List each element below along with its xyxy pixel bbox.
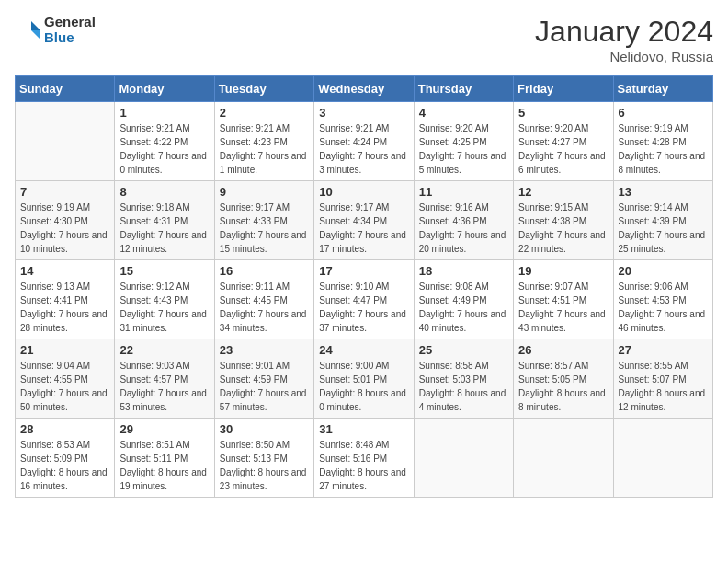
day-cell: 30Sunrise: 8:50 AMSunset: 5:13 PMDayligh… [214, 419, 313, 498]
day-cell: 27Sunrise: 8:55 AMSunset: 5:07 PMDayligh… [613, 339, 712, 419]
day-info: Sunrise: 8:58 AMSunset: 5:03 PMDaylight:… [419, 359, 508, 414]
day-number: 14 [20, 264, 109, 278]
day-info: Sunrise: 9:13 AMSunset: 4:41 PMDaylight:… [20, 280, 109, 335]
col-header-thursday: Thursday [414, 76, 513, 102]
day-number: 13 [619, 185, 708, 199]
day-info: Sunrise: 9:14 AMSunset: 4:39 PMDaylight:… [619, 201, 708, 256]
day-info: Sunrise: 9:18 AMSunset: 4:31 PMDaylight:… [119, 201, 209, 256]
day-cell: 16Sunrise: 9:11 AMSunset: 4:45 PMDayligh… [214, 260, 313, 339]
day-info: Sunrise: 9:08 AMSunset: 4:49 PMDaylight:… [419, 280, 508, 335]
day-info: Sunrise: 9:12 AMSunset: 4:43 PMDaylight:… [119, 280, 209, 335]
day-number: 31 [319, 422, 408, 436]
day-number: 11 [419, 185, 508, 199]
logo-blue: Blue [44, 30, 96, 46]
month-year: January 2024 [535, 15, 713, 49]
day-info: Sunrise: 8:57 AMSunset: 5:05 PMDaylight:… [518, 359, 608, 414]
day-cell: 12Sunrise: 9:15 AMSunset: 4:38 PMDayligh… [514, 181, 613, 260]
day-info: Sunrise: 9:17 AMSunset: 4:33 PMDaylight:… [220, 201, 309, 256]
day-number: 10 [319, 185, 408, 199]
day-cell: 2Sunrise: 9:21 AMSunset: 4:23 PMDaylight… [214, 102, 313, 181]
day-cell: 22Sunrise: 9:03 AMSunset: 4:57 PMDayligh… [115, 339, 214, 419]
day-info: Sunrise: 9:16 AMSunset: 4:36 PMDaylight:… [419, 201, 508, 256]
day-cell: 23Sunrise: 9:01 AMSunset: 4:59 PMDayligh… [214, 339, 313, 419]
day-info: Sunrise: 8:48 AMSunset: 5:16 PMDaylight:… [319, 438, 408, 493]
day-info: Sunrise: 9:21 AMSunset: 4:24 PMDaylight:… [319, 121, 408, 177]
day-info: Sunrise: 9:06 AMSunset: 4:53 PMDaylight:… [619, 280, 708, 335]
col-header-friday: Friday [514, 76, 613, 102]
day-info: Sunrise: 8:50 AMSunset: 5:13 PMDaylight:… [220, 438, 309, 493]
day-number: 19 [518, 264, 608, 278]
day-number: 23 [220, 343, 309, 357]
day-number: 26 [518, 343, 608, 357]
col-header-wednesday: Wednesday [314, 76, 414, 102]
week-row-1: 1Sunrise: 9:21 AMSunset: 4:22 PMDaylight… [16, 102, 713, 181]
col-header-saturday: Saturday [613, 76, 712, 102]
location: Nelidovo, Russia [535, 49, 713, 64]
title-block: January 2024 Nelidovo, Russia [535, 15, 713, 64]
week-row-4: 21Sunrise: 9:04 AMSunset: 4:55 PMDayligh… [16, 339, 713, 419]
day-number: 3 [319, 106, 408, 120]
day-number: 22 [119, 343, 209, 357]
logo-general: General [44, 15, 96, 30]
day-info: Sunrise: 8:53 AMSunset: 5:09 PMDaylight:… [20, 438, 109, 493]
day-cell [414, 419, 513, 498]
day-number: 27 [619, 343, 708, 357]
day-info: Sunrise: 9:21 AMSunset: 4:22 PMDaylight:… [119, 121, 209, 177]
day-cell: 13Sunrise: 9:14 AMSunset: 4:39 PMDayligh… [613, 181, 712, 260]
calendar-table: SundayMondayTuesdayWednesdayThursdayFrid… [15, 75, 713, 498]
day-cell: 6Sunrise: 9:19 AMSunset: 4:28 PMDaylight… [613, 102, 712, 181]
day-cell: 3Sunrise: 9:21 AMSunset: 4:24 PMDaylight… [314, 102, 414, 181]
col-header-sunday: Sunday [16, 76, 115, 102]
day-number: 20 [619, 264, 708, 278]
day-info: Sunrise: 9:11 AMSunset: 4:45 PMDaylight:… [220, 280, 309, 335]
header-row: SundayMondayTuesdayWednesdayThursdayFrid… [16, 76, 713, 102]
day-info: Sunrise: 9:15 AMSunset: 4:38 PMDaylight:… [518, 201, 608, 256]
week-row-2: 7Sunrise: 9:19 AMSunset: 4:30 PMDaylight… [16, 181, 713, 260]
day-cell: 18Sunrise: 9:08 AMSunset: 4:49 PMDayligh… [414, 260, 513, 339]
day-cell: 5Sunrise: 9:20 AMSunset: 4:27 PMDaylight… [514, 102, 613, 181]
day-cell: 9Sunrise: 9:17 AMSunset: 4:33 PMDaylight… [214, 181, 313, 260]
day-cell [613, 419, 712, 498]
day-number: 4 [419, 106, 508, 120]
day-cell: 26Sunrise: 8:57 AMSunset: 5:05 PMDayligh… [514, 339, 613, 419]
day-number: 6 [619, 106, 708, 120]
day-number: 24 [319, 343, 408, 357]
day-info: Sunrise: 9:10 AMSunset: 4:47 PMDaylight:… [319, 280, 408, 335]
day-cell: 8Sunrise: 9:18 AMSunset: 4:31 PMDaylight… [115, 181, 214, 260]
day-number: 2 [220, 106, 309, 120]
day-info: Sunrise: 8:51 AMSunset: 5:11 PMDaylight:… [119, 438, 209, 493]
day-number: 28 [20, 422, 109, 436]
svg-marker-1 [31, 30, 40, 40]
day-cell: 19Sunrise: 9:07 AMSunset: 4:51 PMDayligh… [514, 260, 613, 339]
day-info: Sunrise: 9:07 AMSunset: 4:51 PMDaylight:… [518, 280, 608, 335]
col-header-tuesday: Tuesday [214, 76, 313, 102]
week-row-5: 28Sunrise: 8:53 AMSunset: 5:09 PMDayligh… [16, 419, 713, 498]
day-info: Sunrise: 9:17 AMSunset: 4:34 PMDaylight:… [319, 201, 408, 256]
day-cell: 15Sunrise: 9:12 AMSunset: 4:43 PMDayligh… [115, 260, 214, 339]
day-info: Sunrise: 9:20 AMSunset: 4:27 PMDaylight:… [518, 121, 608, 177]
logo-icon [15, 17, 40, 43]
day-number: 8 [119, 185, 209, 199]
day-number: 21 [20, 343, 109, 357]
day-number: 17 [319, 264, 408, 278]
day-number: 30 [220, 422, 309, 436]
day-number: 15 [119, 264, 209, 278]
day-cell: 11Sunrise: 9:16 AMSunset: 4:36 PMDayligh… [414, 181, 513, 260]
day-number: 18 [419, 264, 508, 278]
day-info: Sunrise: 9:00 AMSunset: 5:01 PMDaylight:… [319, 359, 408, 414]
day-number: 9 [220, 185, 309, 199]
day-info: Sunrise: 9:21 AMSunset: 4:23 PMDaylight:… [220, 121, 309, 177]
logo-text: General Blue [44, 15, 96, 45]
day-info: Sunrise: 9:01 AMSunset: 4:59 PMDaylight:… [220, 359, 309, 414]
day-info: Sunrise: 9:20 AMSunset: 4:25 PMDaylight:… [419, 121, 508, 177]
day-cell [514, 419, 613, 498]
day-cell: 21Sunrise: 9:04 AMSunset: 4:55 PMDayligh… [16, 339, 115, 419]
logo: General Blue [15, 15, 96, 45]
day-number: 29 [119, 422, 209, 436]
day-info: Sunrise: 9:19 AMSunset: 4:30 PMDaylight:… [20, 201, 109, 256]
col-header-monday: Monday [115, 76, 214, 102]
day-cell [16, 102, 115, 181]
day-cell: 1Sunrise: 9:21 AMSunset: 4:22 PMDaylight… [115, 102, 214, 181]
day-number: 7 [20, 185, 109, 199]
week-row-3: 14Sunrise: 9:13 AMSunset: 4:41 PMDayligh… [16, 260, 713, 339]
